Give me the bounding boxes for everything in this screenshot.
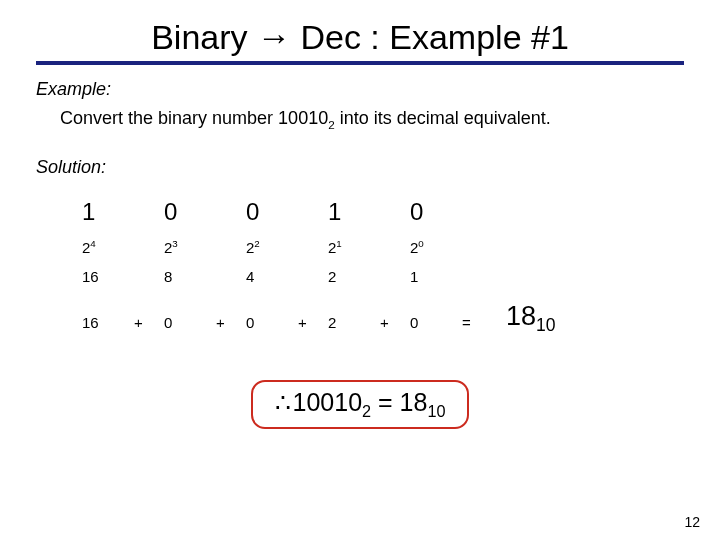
dec-cell: 16 — [76, 262, 128, 291]
pow-cell: 22 — [240, 232, 292, 262]
bit-cell: 0 — [240, 192, 292, 232]
decimal-row: 16 8 4 2 1 — [76, 262, 562, 291]
bit-cell: 0 — [404, 192, 456, 232]
pow-exp: 3 — [172, 238, 177, 249]
pow-exp: 4 — [90, 238, 95, 249]
therefore-symbol: ∴ — [275, 388, 291, 416]
pow-exp: 1 — [336, 238, 341, 249]
prompt-text-post: into its decimal equivalent. — [335, 108, 551, 128]
prompt-text-pre: Convert the binary number 10010 — [60, 108, 328, 128]
powers-row: 24 23 22 21 20 — [76, 232, 562, 262]
calc-table-wrap: 1 0 0 1 0 24 23 22 21 20 16 8 4 2 1 16 — [76, 192, 684, 346]
sum-row: 16 + 0 + 0 + 2 + 0 = 1810 — [76, 291, 562, 346]
plus-op: + — [210, 291, 240, 346]
sum-cell: 2 — [322, 291, 374, 346]
dec-cell: 8 — [158, 262, 210, 291]
result-subscript: 10 — [536, 315, 556, 335]
example-label: Example: — [36, 79, 684, 100]
conclusion-binary: 10010 — [293, 388, 363, 416]
pow-cell: 20 — [404, 232, 456, 262]
sum-cell: 0 — [404, 291, 456, 346]
solution-label: Solution: — [36, 157, 684, 178]
sum-cell: 16 — [76, 291, 128, 346]
dec-cell: 1 — [404, 262, 456, 291]
equals-op: = — [456, 291, 486, 346]
plus-op: + — [128, 291, 158, 346]
bits-row: 1 0 0 1 0 — [76, 192, 562, 232]
result-cell: 1810 — [486, 291, 562, 346]
sum-cell: 0 — [158, 291, 210, 346]
page-title: Binary → Dec : Example #1 — [36, 18, 684, 57]
plus-op: + — [292, 291, 322, 346]
bit-cell: 0 — [158, 192, 210, 232]
pow-cell: 23 — [158, 232, 210, 262]
conclusion-decimal-sub: 10 — [427, 402, 445, 420]
title-divider — [36, 61, 684, 65]
conclusion-box: ∴100102 = 1810 — [251, 380, 470, 429]
pow-exp: 0 — [418, 238, 423, 249]
conclusion-binary-sub: 2 — [362, 402, 371, 420]
bit-cell: 1 — [76, 192, 128, 232]
conclusion-decimal: 18 — [400, 388, 428, 416]
page-number: 12 — [684, 514, 700, 530]
dec-cell: 4 — [240, 262, 292, 291]
conclusion-equals: = — [371, 388, 400, 416]
pow-cell: 24 — [76, 232, 128, 262]
pow-cell: 21 — [322, 232, 374, 262]
calc-table: 1 0 0 1 0 24 23 22 21 20 16 8 4 2 1 16 — [76, 192, 562, 346]
pow-exp: 2 — [254, 238, 259, 249]
sum-cell: 0 — [240, 291, 292, 346]
example-prompt: Convert the binary number 100102 into it… — [60, 108, 684, 131]
bit-cell: 1 — [322, 192, 374, 232]
dec-cell: 2 — [322, 262, 374, 291]
result-value: 18 — [506, 301, 536, 331]
plus-op: + — [374, 291, 404, 346]
